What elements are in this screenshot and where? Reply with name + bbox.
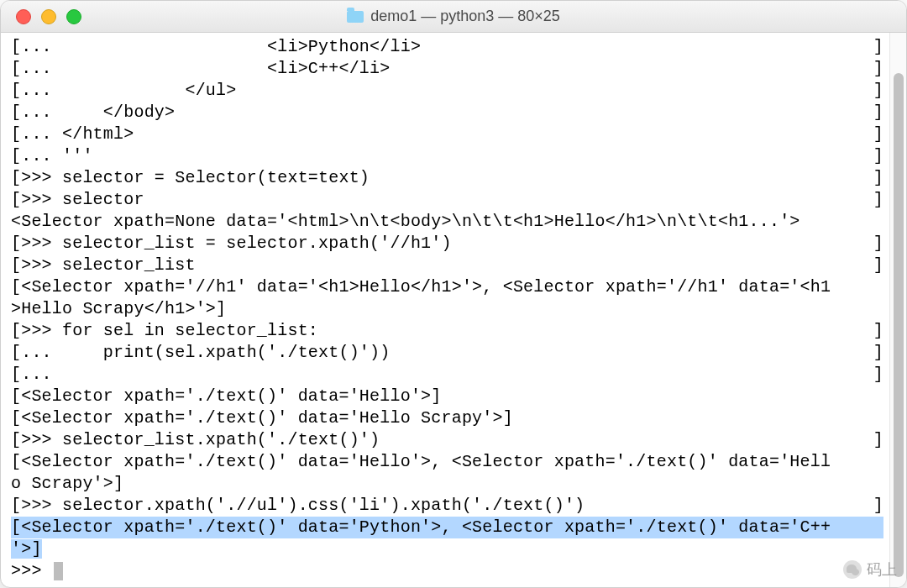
window-title-text: demo1 — python3 — 80×25 bbox=[370, 8, 560, 25]
line-right-bracket: ] bbox=[873, 123, 886, 145]
line-right-bracket bbox=[883, 276, 886, 298]
line-content: ... bbox=[21, 364, 873, 386]
terminal-line: [>>> selector.xpath('.//ul').css('li').x… bbox=[11, 495, 886, 517]
prompt: >>> bbox=[21, 168, 62, 187]
line-left-bracket: [ bbox=[11, 36, 21, 58]
line-content: >>> selector bbox=[21, 189, 873, 211]
folder-icon bbox=[347, 11, 364, 23]
prompt: ... bbox=[21, 365, 62, 384]
line-left-bracket: [ bbox=[11, 255, 21, 276]
line-left-bracket: [ bbox=[11, 342, 21, 364]
terminal-line: [... <li>C++</li>] bbox=[11, 58, 886, 80]
line-content: >>> selector = Selector(text=text) bbox=[21, 167, 873, 189]
line-right-bracket bbox=[883, 473, 886, 495]
terminal-line: [... '''] bbox=[11, 145, 886, 167]
line-right-bracket: ] bbox=[873, 36, 886, 58]
close-icon[interactable] bbox=[16, 9, 31, 24]
line-left-bracket: [ bbox=[11, 364, 21, 386]
line-right-bracket bbox=[883, 211, 886, 233]
line-text: selector = Selector(text=text) bbox=[62, 168, 370, 187]
line-content: <Selector xpath=None data='<html>\n\t<bo… bbox=[11, 211, 883, 233]
line-text: ''' bbox=[62, 146, 93, 165]
line-right-bracket: ] bbox=[873, 167, 886, 189]
line-right-bracket: ] bbox=[873, 495, 886, 517]
zoom-icon[interactable] bbox=[66, 9, 81, 24]
line-content: >>> bbox=[11, 560, 883, 582]
terminal-line: >>> bbox=[11, 560, 886, 582]
line-right-bracket: ] bbox=[873, 364, 886, 386]
line-content: >>> selector_list.xpath('./text()') bbox=[21, 429, 873, 451]
line-left-bracket: [ bbox=[11, 102, 21, 123]
prompt: >>> bbox=[21, 321, 62, 340]
line-right-bracket: ] bbox=[873, 80, 886, 102]
line-right-bracket bbox=[883, 517, 886, 538]
terminal-output[interactable]: [... <li>Python</li>][... <li>C++</li>][… bbox=[1, 33, 889, 587]
prompt: >>> bbox=[21, 190, 62, 209]
prompt: ... bbox=[21, 37, 62, 56]
prompt: >>> bbox=[11, 561, 52, 580]
line-right-bracket bbox=[883, 298, 886, 320]
terminal-client: [... <li>Python</li>][... <li>C++</li>][… bbox=[1, 33, 906, 587]
line-left-bracket: [ bbox=[11, 429, 21, 451]
prompt: ... bbox=[21, 102, 62, 122]
line-content: [<Selector xpath='./text()' data='Python… bbox=[11, 517, 883, 538]
line-right-bracket: ] bbox=[873, 342, 886, 364]
watermark: 码上 bbox=[843, 559, 897, 580]
cursor bbox=[54, 562, 63, 580]
line-content: '>] bbox=[11, 538, 883, 560]
line-text: [<Selector xpath='//h1' data='<h1>Hello<… bbox=[11, 277, 831, 297]
line-text: selector_list = selector.xpath('//h1') bbox=[62, 234, 452, 253]
terminal-line: [... ] bbox=[11, 364, 886, 386]
line-content: >>> selector_list bbox=[21, 255, 873, 276]
line-right-bracket bbox=[883, 538, 886, 560]
scrollbar-thumb[interactable] bbox=[894, 73, 904, 577]
line-left-bracket: [ bbox=[11, 80, 21, 102]
prompt: ... bbox=[21, 59, 62, 78]
line-content: ... </ul> bbox=[21, 80, 873, 102]
line-right-bracket: ] bbox=[873, 429, 886, 451]
line-right-bracket: ] bbox=[873, 255, 886, 276]
terminal-line: '>] bbox=[11, 538, 886, 560]
terminal-line: [<Selector xpath='//h1' data='<h1>Hello<… bbox=[11, 276, 886, 298]
line-text: <li>C++</li> bbox=[62, 59, 390, 78]
line-text: '>] bbox=[11, 539, 42, 559]
terminal-line: [>>> for sel in selector_list:] bbox=[11, 320, 886, 342]
line-text: [<Selector xpath='./text()' data='Python… bbox=[11, 517, 831, 537]
line-left-bracket: [ bbox=[11, 233, 21, 255]
line-text: <li>Python</li> bbox=[62, 37, 421, 56]
line-content: [<Selector xpath='./text()' data='Hello … bbox=[11, 407, 883, 429]
minimize-icon[interactable] bbox=[41, 9, 56, 24]
prompt: >>> bbox=[21, 234, 62, 253]
line-right-bracket: ] bbox=[873, 189, 886, 211]
line-left-bracket: [ bbox=[11, 145, 21, 167]
line-content: [<Selector xpath='./text()' data='Hello'… bbox=[11, 386, 883, 407]
line-text: </html> bbox=[62, 124, 134, 144]
terminal-line: o Scrapy'>] bbox=[11, 473, 886, 495]
line-content: ... </body> bbox=[21, 102, 873, 123]
line-content: >>> selector.xpath('.//ul').css('li').xp… bbox=[21, 495, 873, 517]
prompt: >>> bbox=[21, 496, 62, 515]
line-left-bracket: [ bbox=[11, 167, 21, 189]
watermark-text: 码上 bbox=[867, 559, 897, 580]
line-text: <Selector xpath=None data='<html>\n\t<bo… bbox=[11, 212, 800, 231]
terminal-line: [... <li>Python</li>] bbox=[11, 36, 886, 58]
window-controls bbox=[16, 9, 81, 24]
line-text: o Scrapy'>] bbox=[11, 474, 123, 493]
line-content: o Scrapy'>] bbox=[11, 473, 883, 495]
prompt: ... bbox=[21, 124, 62, 144]
line-content: [<Selector xpath='//h1' data='<h1>Hello<… bbox=[11, 276, 883, 298]
prompt: >>> bbox=[21, 430, 62, 449]
line-text: for sel in selector_list: bbox=[62, 321, 318, 340]
line-text: </ul> bbox=[62, 81, 236, 100]
line-text: [<Selector xpath='./text()' data='Hello … bbox=[11, 408, 513, 428]
terminal-line: [... </body>] bbox=[11, 102, 886, 123]
line-left-bracket: [ bbox=[11, 123, 21, 145]
terminal-line: [>>> selector] bbox=[11, 189, 886, 211]
line-content: ... <li>Python</li> bbox=[21, 36, 873, 58]
line-text: selector_list.xpath('./text()') bbox=[62, 430, 380, 449]
line-left-bracket: [ bbox=[11, 320, 21, 342]
prompt: ... bbox=[21, 146, 62, 165]
titlebar[interactable]: demo1 — python3 — 80×25 bbox=[1, 1, 906, 33]
terminal-line: [... </html>] bbox=[11, 123, 886, 145]
scrollbar-track[interactable] bbox=[889, 33, 906, 587]
